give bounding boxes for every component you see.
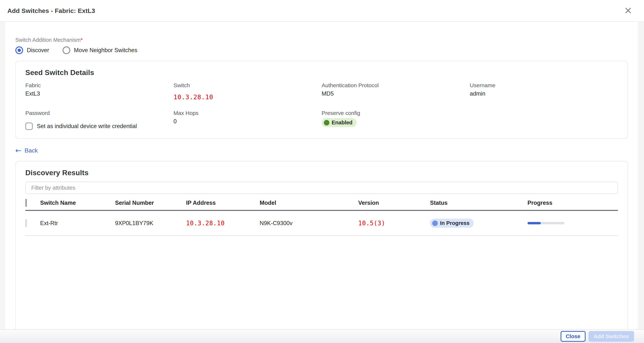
write-credential-checkbox-label: Set as individual device write credentia…	[37, 123, 137, 130]
dialog-footer: Close Add Switches	[0, 329, 644, 343]
field-label: Password	[25, 110, 174, 116]
row-checkbox-cell	[25, 220, 40, 227]
field-password: Password Set as individual device write …	[25, 110, 174, 130]
main-content: Switch Addition Mechanism* Discover Move…	[5, 22, 638, 329]
field-label: Username	[470, 82, 618, 88]
green-dot-icon	[324, 120, 330, 125]
row-checkbox[interactable]	[25, 219, 27, 227]
radio-move-neighbor-switches[interactable]: Move Neighbor Switches	[62, 46, 138, 54]
field-value-switch-ip: 10.3.28.10	[174, 93, 322, 101]
dialog-header: Add Switches - Fabric: ExtL3 ✕	[0, 0, 644, 22]
badge-label: In Progress	[440, 220, 470, 226]
cell-version: 10.5(3)	[358, 220, 430, 227]
cell-switch-name: Ext-Rtr	[40, 220, 115, 227]
filter-input[interactable]	[25, 182, 618, 194]
field-value: ExtL3	[25, 90, 174, 97]
field-label: Fabric	[25, 82, 174, 88]
field-value: 0	[174, 118, 322, 125]
field-label: Max Hops	[174, 110, 322, 116]
table-row: Ext-Rtr 9XP0L1BY79K 10.3.28.10 N9K-C9300…	[25, 211, 618, 236]
field-username: Username admin	[470, 82, 618, 101]
col-serial-number[interactable]: Serial Number	[115, 200, 186, 206]
field-value: MD5	[322, 90, 470, 97]
switch-addition-mechanism-section: Switch Addition Mechanism* Discover Move…	[15, 37, 628, 54]
radio-unselected-icon[interactable]	[62, 46, 70, 54]
field-fabric: Fabric ExtL3	[25, 82, 174, 101]
cell-progress	[528, 222, 618, 224]
col-status[interactable]: Status	[430, 200, 528, 206]
back-link-label: Back	[24, 147, 38, 154]
left-gutter	[0, 22, 5, 329]
dialog-body: Switch Addition Mechanism* Discover Move…	[0, 22, 644, 329]
seed-grid-spacer	[470, 110, 618, 130]
col-switch-name[interactable]: Switch Name	[40, 200, 115, 206]
cell-ip-address: 10.3.28.10	[186, 220, 260, 227]
field-preserve-config: Preserve config Enabled	[322, 110, 470, 130]
table-header-row: Switch Name Serial Number IP Address Mod…	[25, 196, 618, 211]
select-all-checkbox[interactable]	[25, 199, 27, 207]
close-button[interactable]: Close	[560, 331, 586, 342]
required-asterisk: *	[81, 37, 83, 43]
cell-serial-number: 9XP0L1BY79K	[115, 220, 186, 227]
back-arrow-icon: ←	[15, 147, 21, 154]
close-icon[interactable]: ✕	[624, 6, 632, 15]
field-label: Authentication Protocol	[322, 82, 470, 88]
field-value: admin	[470, 90, 618, 97]
dialog-title: Add Switches - Fabric: ExtL3	[8, 7, 95, 14]
field-authentication-protocol: Authentication Protocol MD5	[322, 82, 470, 101]
preserve-config-enabled-badge: Enabled	[322, 118, 356, 127]
col-progress[interactable]: Progress	[528, 200, 618, 206]
discovery-card-title: Discovery Results	[25, 169, 618, 177]
col-ip-address[interactable]: IP Address	[186, 200, 260, 206]
radio-move-label: Move Neighbor Switches	[74, 47, 138, 54]
progress-bar-fill	[528, 222, 541, 224]
radio-discover[interactable]: Discover	[15, 46, 49, 54]
field-max-hops: Max Hops 0	[174, 110, 322, 130]
seed-card-title: Seed Switch Details	[25, 68, 618, 77]
radio-selected-icon[interactable]	[15, 46, 23, 54]
progress-bar	[528, 222, 564, 224]
select-all-checkbox-cell	[25, 200, 40, 206]
add-switches-button[interactable]: Add Switches	[588, 331, 634, 342]
add-switches-dialog: Add Switches - Fabric: ExtL3 ✕ Switch Ad…	[0, 0, 644, 343]
blue-dot-icon	[432, 221, 438, 226]
discovery-table: Switch Name Serial Number IP Address Mod…	[25, 196, 618, 236]
write-credential-checkbox-row[interactable]: Set as individual device write credentia…	[25, 122, 174, 130]
col-version[interactable]: Version	[358, 200, 430, 206]
mechanism-radio-group: Discover Move Neighbor Switches	[15, 46, 628, 54]
field-switch: Switch 10.3.28.10	[174, 82, 322, 101]
discovery-results-card: Discovery Results Switch Name Serial Num…	[15, 161, 628, 329]
field-label: Preserve config	[322, 110, 470, 116]
col-model[interactable]: Model	[260, 200, 358, 206]
right-gutter-scroll-area[interactable]	[638, 22, 644, 329]
cell-model: N9K-C9300v	[260, 220, 358, 227]
cell-status: In Progress	[430, 219, 528, 228]
back-link[interactable]: ← Back	[15, 147, 38, 154]
seed-fields-grid: Fabric ExtL3 Switch 10.3.28.10 Authentic…	[25, 82, 618, 130]
status-in-progress-badge: In Progress	[430, 219, 474, 228]
badge-label: Enabled	[332, 120, 352, 126]
mechanism-label-text: Switch Addition Mechanism	[15, 37, 81, 43]
field-label: Switch	[174, 82, 322, 88]
write-credential-checkbox[interactable]	[25, 122, 33, 130]
radio-discover-label: Discover	[27, 47, 49, 54]
seed-switch-details-card: Seed Switch Details Fabric ExtL3 Switch …	[15, 61, 628, 139]
mechanism-label: Switch Addition Mechanism*	[15, 37, 628, 43]
